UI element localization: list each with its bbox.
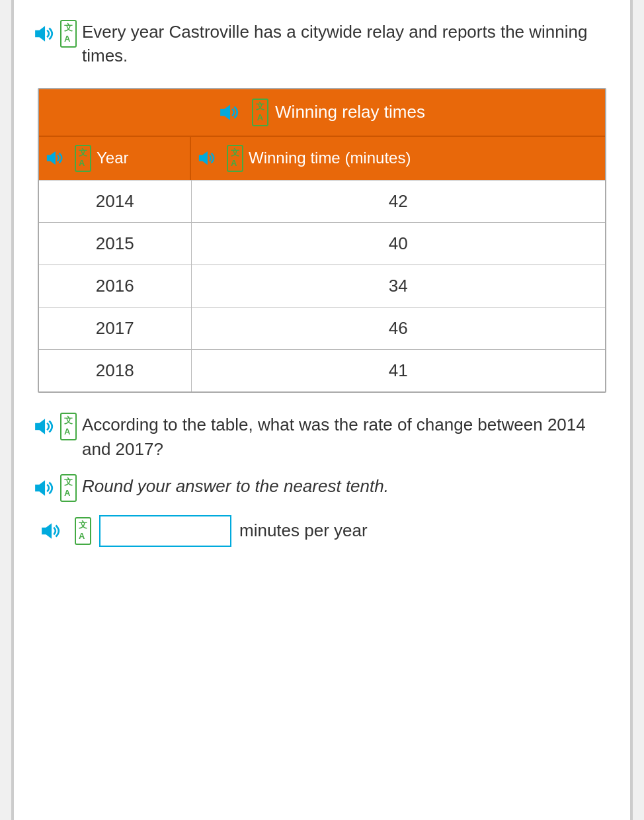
table-header-time: 文A Winning time (minutes) xyxy=(191,137,417,181)
table-cell-time: 40 xyxy=(191,223,605,265)
speaker-icon-intro[interactable] xyxy=(34,23,55,44)
intro-icons[interactable]: 文A xyxy=(34,20,77,48)
table-cell-time: 41 xyxy=(191,350,605,392)
table-header-year: 文A Year xyxy=(39,137,191,181)
table-title: Winning relay times xyxy=(275,102,425,122)
table-cell-year: 2015 xyxy=(39,223,191,265)
answer-unit-label: minutes per year xyxy=(239,520,368,541)
translate-icon-table-title[interactable]: 文A xyxy=(252,99,268,126)
table-cell-year: 2014 xyxy=(39,181,191,223)
table-header-row: 文A Year 文A Winning time (minutes) xyxy=(39,136,605,181)
translate-icon-answer[interactable]: 文A xyxy=(75,517,91,545)
table-cell-year: 2016 xyxy=(39,265,191,308)
speaker-icon-question[interactable] xyxy=(34,416,55,437)
answer-input[interactable] xyxy=(99,515,231,547)
speaker-icon-table-title[interactable] xyxy=(219,102,240,123)
intro-text: Every year Castroville has a citywide re… xyxy=(82,20,610,68)
answer-row: 文A minutes per year xyxy=(34,515,610,547)
table-row: 201841 xyxy=(39,350,605,392)
speaker-icon-instruction[interactable] xyxy=(34,477,55,499)
translate-icon-instruction[interactable]: 文A xyxy=(60,474,77,502)
translate-icon-question[interactable]: 文A xyxy=(60,413,77,440)
table-row: 201746 xyxy=(39,308,605,350)
table-row: 201540 xyxy=(39,223,605,265)
table-row: 201442 xyxy=(39,181,605,223)
speaker-icon-time-header[interactable] xyxy=(198,149,216,167)
speaker-icon-answer[interactable] xyxy=(40,520,61,542)
translate-icon-intro[interactable]: 文A xyxy=(60,20,77,48)
table-cell-year: 2018 xyxy=(39,350,191,392)
table-cell-time: 42 xyxy=(191,181,605,223)
table-cell-time: 34 xyxy=(191,265,605,308)
instruction-icons[interactable]: 文A xyxy=(34,474,77,502)
data-table: 201442201540201634201746201841 xyxy=(39,180,605,391)
instruction-block: 文A Round your answer to the nearest tent… xyxy=(34,474,610,502)
speaker-icon-year-header[interactable] xyxy=(46,149,64,167)
table-row: 201634 xyxy=(39,265,605,308)
data-table-wrapper: 文A Winning relay times 文A Year 文A Winnin… xyxy=(38,88,606,393)
instruction-text: Round your answer to the nearest tenth. xyxy=(82,474,389,498)
table-title-row: 文A Winning relay times xyxy=(39,89,605,136)
intro-block: 文A Every year Castroville has a citywide… xyxy=(34,20,610,68)
question-text: According to the table, what was the rat… xyxy=(82,413,610,461)
table-cell-time: 46 xyxy=(191,308,605,350)
translate-icon-time-header[interactable]: 文A xyxy=(227,145,243,173)
translate-icon-year-header[interactable]: 文A xyxy=(75,145,91,173)
question-block: 文A According to the table, what was the … xyxy=(34,413,610,461)
table-cell-year: 2017 xyxy=(39,308,191,350)
question-icons[interactable]: 文A xyxy=(34,413,77,440)
